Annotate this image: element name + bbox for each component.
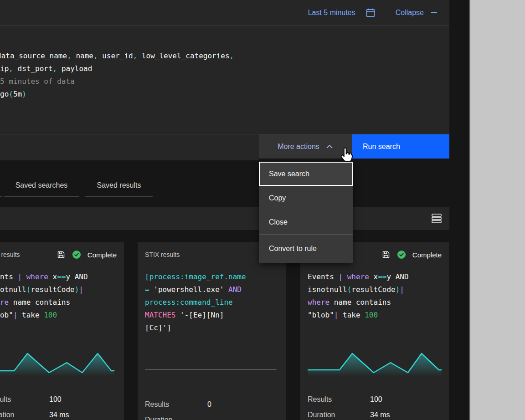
rows-icon	[431, 213, 442, 224]
results-value: 100	[370, 395, 382, 404]
card-query-text: Events | where x==y ANDisnotnull(resultC…	[0, 271, 117, 322]
actions-row	[0, 134, 259, 160]
result-card-kql-left[interactable]: KQL results Complete Events | where x==y…	[0, 242, 124, 420]
tab-saved-searches[interactable]: Saved searches	[4, 175, 79, 197]
sparkline-chart	[0, 351, 117, 376]
duration-stat-row: Duration –	[145, 412, 279, 420]
save-icon[interactable]	[381, 250, 391, 259]
collapse-label: Collapse	[396, 9, 424, 17]
card-query-text: [process:image_ref.name= 'powershell.exe…	[145, 271, 279, 334]
tab-saved-results[interactable]: Saved results	[85, 175, 153, 197]
menu-item-convert-to-rule[interactable]: Convert to rule	[259, 235, 353, 263]
sparkline-chart	[308, 351, 442, 376]
duration-label: Duration	[0, 411, 49, 419]
results-stat-row: Results 100	[308, 392, 442, 407]
query-text: data_source_name, name, user_id, low_lev…	[0, 50, 449, 101]
results-label: Results	[308, 395, 370, 404]
menu-item-close[interactable]: Close	[259, 210, 353, 234]
duration-stat-row: Duration 34 ms	[0, 407, 117, 420]
card-stats: Results 100 Duration 34 ms	[0, 392, 117, 420]
results-stat-row: Results 0	[145, 397, 279, 412]
status-label: Complete	[88, 251, 117, 259]
run-search-button[interactable]: Run search	[352, 134, 449, 159]
time-range-button[interactable]: Last 5 minutes	[308, 8, 376, 18]
collapse-button[interactable]: Collapse	[396, 9, 437, 17]
menu-item-copy[interactable]: Copy	[259, 186, 353, 210]
card-stats: Results 100 Duration 34 ms	[308, 392, 442, 420]
minus-icon	[431, 12, 437, 13]
save-icon[interactable]	[57, 250, 66, 259]
rows-layout-button[interactable]	[431, 213, 442, 225]
card-title: STIX results	[145, 251, 180, 258]
calendar-icon	[365, 8, 376, 18]
results-toolbar	[0, 207, 449, 230]
duration-label: Duration	[308, 411, 370, 419]
time-range-label: Last 5 minutes	[308, 9, 355, 17]
menu-item-save-search[interactable]: Save search	[259, 162, 353, 186]
tab-bar: Saved searches Saved results	[0, 175, 153, 197]
duration-value: 34 ms	[370, 411, 390, 419]
results-label: Results	[0, 395, 49, 404]
result-card-kql-right[interactable]: KQL results Complete Events | where x==y…	[300, 242, 449, 420]
complete-check-icon	[72, 250, 81, 259]
duration-value: 34 ms	[49, 411, 69, 419]
complete-check-icon	[397, 250, 406, 259]
empty-sparkline	[145, 369, 277, 369]
editor-topbar: Last 5 minutes Collapse	[0, 0, 449, 26]
more-actions-menu: Save search Copy Close Convert to rule	[259, 162, 353, 263]
tab-partial[interactable]	[0, 175, 2, 197]
status-label: Complete	[412, 251, 442, 259]
card-stats: Results 0 Duration –	[145, 397, 279, 420]
card-title: KQL results	[0, 251, 20, 258]
results-label: Results	[145, 400, 207, 409]
cursor-pointer-icon	[340, 147, 355, 164]
card-query-text: Events | where x==y ANDisnotnull(resultC…	[308, 271, 442, 322]
chevron-up-icon	[326, 144, 333, 149]
card-header: KQL results Complete	[0, 249, 117, 261]
more-actions-button[interactable]: More actions	[259, 134, 352, 159]
query-editor[interactable]: data_source_name, name, user_id, low_lev…	[0, 26, 449, 134]
result-card-stix[interactable]: STIX results [process:image_ref.name= 'p…	[138, 242, 286, 420]
results-value: 100	[49, 395, 62, 404]
results-value: 0	[207, 400, 211, 409]
duration-stat-row: Duration 34 ms	[308, 407, 442, 420]
app-root: Last 5 minutes Collapse data_source_name…	[0, 0, 525, 420]
results-stat-row: Results 100	[0, 392, 117, 407]
duration-value: –	[207, 416, 211, 420]
duration-label: Duration	[145, 416, 207, 420]
more-actions-label: More actions	[278, 143, 319, 151]
page-margin	[469, 0, 525, 420]
